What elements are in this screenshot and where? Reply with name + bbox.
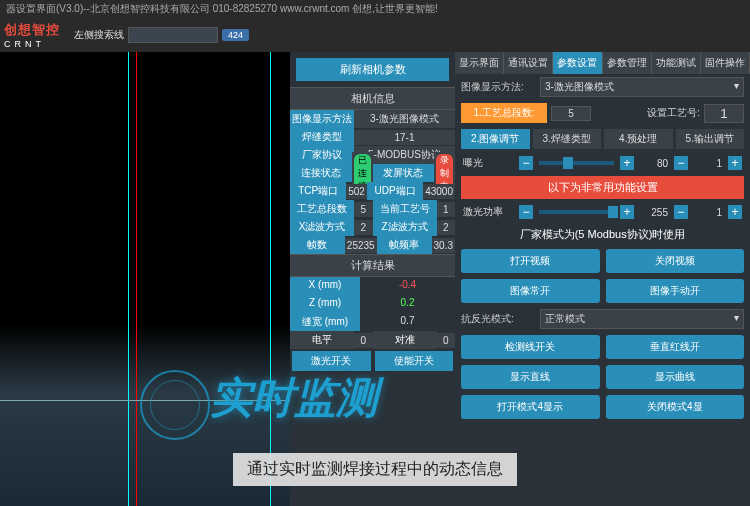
camera-viewport[interactable] [0, 52, 290, 506]
action-button[interactable]: 显示曲线 [606, 365, 745, 389]
calc-value: 0.7 [360, 313, 455, 331]
prop-value: 17-1 [354, 130, 455, 145]
calc-label: 缝宽 (mm) [290, 313, 360, 331]
frame-count-value: 25235 [345, 238, 377, 253]
z-filter-value: 2 [437, 220, 456, 235]
exposure-label: 曝光 [463, 156, 513, 170]
tab-5[interactable]: 固件操作 [701, 52, 750, 74]
overlay-title: 实时监测 [210, 370, 378, 426]
exposure-inc-button[interactable]: + [728, 156, 742, 170]
laser-power-slider[interactable] [539, 210, 614, 214]
anti-reflect-label: 抗反光模式: [461, 312, 536, 326]
top-bar: 创想智控 CRNT 左侧搜索线 424 [0, 18, 750, 52]
prop-label: 图像显示方法 [290, 110, 354, 128]
conn-status-label: 连接状态 [290, 164, 352, 182]
warning-banner: 以下为非常用功能设置 [461, 176, 744, 199]
tab-3[interactable]: 参数管理 [603, 52, 652, 74]
subtab-0[interactable]: 2.图像调节 [461, 129, 530, 149]
action-button[interactable]: 显示直线 [461, 365, 600, 389]
subtab-1[interactable]: 3.焊缝类型 [533, 129, 602, 149]
subtab-2[interactable]: 4.预处理 [604, 129, 673, 149]
udp-port-value: 43000 [423, 184, 455, 199]
enable-toggle-button[interactable]: 使能开关 [375, 351, 454, 371]
exposure-minus-button[interactable]: − [519, 156, 533, 170]
hud-circle-icon [140, 370, 210, 440]
search-badge: 424 [222, 29, 249, 41]
laser-plus-button[interactable]: + [620, 205, 634, 219]
logo-sub: CRNT [4, 39, 60, 49]
laser-power-value: 255 [640, 207, 668, 218]
tcp-port-value: 502 [346, 184, 367, 199]
section-calc-result: 计算结果 [290, 254, 455, 277]
logo-main: 创想智控 [4, 21, 60, 39]
refresh-button[interactable]: 刷新相机参数 [296, 58, 449, 81]
display-method-dropdown[interactable]: 3-激光图像模式▾ [540, 77, 744, 97]
subtab-3[interactable]: 5.输出调节 [676, 129, 745, 149]
logo: 创想智控 CRNT [4, 22, 60, 48]
level-value: 0 [354, 333, 373, 348]
tab-1[interactable]: 通讯设置 [504, 52, 553, 74]
calc-label: Z (mm) [290, 295, 360, 313]
action-button[interactable]: 关闭模式4显 [606, 395, 745, 419]
guide-line-red [136, 52, 137, 506]
calc-value: 0.2 [360, 295, 455, 313]
section-camera-info: 相机信息 [290, 87, 455, 110]
exposure-slider[interactable] [539, 161, 614, 165]
fps-value: 30.3 [432, 238, 455, 253]
level-label: 电平 [290, 331, 354, 349]
laser-inc-button[interactable]: + [728, 205, 742, 219]
segment-number-input[interactable] [704, 104, 744, 123]
laser-minus-button[interactable]: − [519, 205, 533, 219]
camera-info-panel: 刷新相机参数 相机信息 图像显示方法3-激光图像模式焊缝类型17-1厂家协议5-… [290, 52, 455, 506]
chevron-down-icon: ▾ [734, 80, 739, 94]
laser-dec-button[interactable]: − [674, 205, 688, 219]
display-method-label: 图像显示方法: [461, 80, 536, 94]
guide-line-cyan [128, 52, 129, 506]
calc-value: -0.4 [360, 277, 455, 295]
main-tabs: 显示界面通讯设置参数设置参数管理功能测试固件操作 [455, 52, 750, 74]
action-button[interactable]: 图像常开 [461, 279, 600, 303]
action-button[interactable]: 打开模式4显示 [461, 395, 600, 419]
exposure-plus-button[interactable]: + [620, 156, 634, 170]
chevron-down-icon: ▾ [734, 312, 739, 326]
search-label: 左侧搜索线 [74, 28, 124, 42]
prop-value: 3-激光图像模式 [354, 110, 455, 128]
screen-status-label: 发屏状态 [373, 164, 435, 182]
tab-2[interactable]: 参数设置 [553, 52, 602, 74]
action-button[interactable]: 图像手动开 [606, 279, 745, 303]
x-filter-value: 2 [354, 220, 373, 235]
z-filter-label: Z滤波方式 [373, 218, 437, 236]
udp-port-label: UDP端口 [367, 182, 423, 200]
sub-tabs: 2.图像调节3.焊缝类型4.预处理5.输出调节 [455, 126, 750, 152]
exposure-dec-button[interactable]: − [674, 156, 688, 170]
settings-panel: 显示界面通讯设置参数设置参数管理功能测试固件操作 图像显示方法: 3-激光图像模… [455, 52, 750, 506]
laser-toggle-button[interactable]: 激光开关 [292, 351, 371, 371]
guide-line-cyan-2 [270, 52, 271, 506]
subtitle-text: 通过实时监测焊接过程中的动态信息 [233, 453, 517, 486]
exposure-value: 80 [640, 158, 668, 169]
prop-label: 焊缝类型 [290, 128, 354, 146]
action-button[interactable]: 关闭视频 [606, 249, 745, 273]
search-input[interactable] [128, 27, 218, 43]
frame-count-label: 帧数 [290, 236, 345, 254]
tab-4[interactable]: 功能测试 [652, 52, 701, 74]
action-button[interactable]: 检测线开关 [461, 335, 600, 359]
action-button[interactable]: 打开视频 [461, 249, 600, 273]
tcp-port-label: TCP端口 [290, 182, 346, 200]
x-filter-label: X滤波方式 [290, 218, 354, 236]
mode-hint-text: 厂家模式为(5 Modbus协议)时使用 [455, 223, 750, 246]
align-label: 对准 [373, 331, 437, 349]
calc-label: X (mm) [290, 277, 360, 295]
viewport-panel [0, 52, 290, 506]
seg-total-value: 5 [354, 202, 373, 217]
anti-reflect-dropdown[interactable]: 正常模式▾ [540, 309, 744, 329]
prop-label: 厂家协议 [290, 146, 354, 164]
cur-seg-value: 1 [437, 202, 456, 217]
exposure-max: 1 [694, 158, 722, 169]
search-box: 左侧搜索线 424 [74, 27, 249, 43]
action-button[interactable]: 垂直红线开 [606, 335, 745, 359]
laser-power-label: 激光功率 [463, 205, 513, 219]
total-segments-value: 5 [551, 106, 591, 121]
tab-0[interactable]: 显示界面 [455, 52, 504, 74]
set-segment-label: 设置工艺号: [595, 106, 700, 120]
